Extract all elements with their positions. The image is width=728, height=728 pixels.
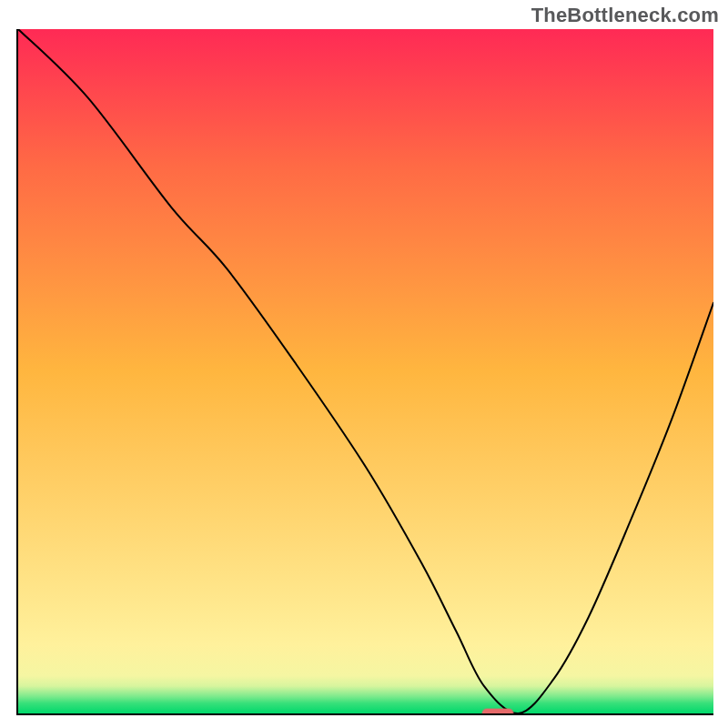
optimum-marker	[482, 709, 513, 715]
bottleneck-gradient	[18, 29, 713, 713]
chart-stage: TheBottleneck.com	[0, 0, 728, 728]
brand-watermark: TheBottleneck.com	[531, 4, 719, 27]
plot-area	[16, 29, 713, 715]
